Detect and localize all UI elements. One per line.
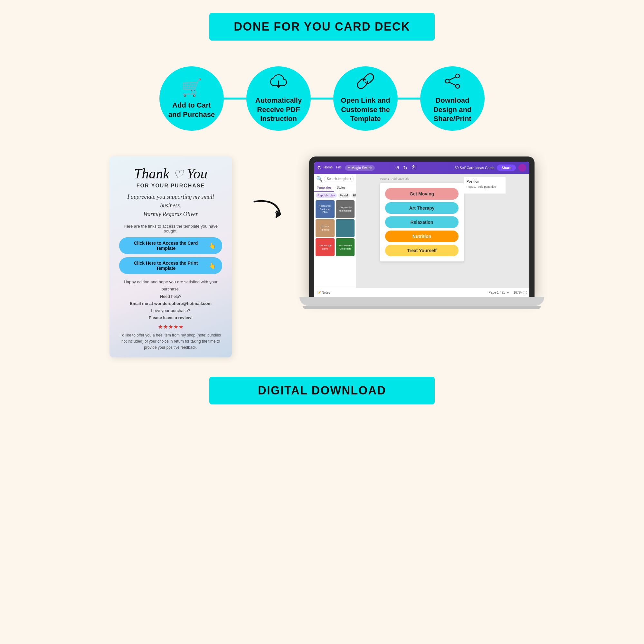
access-print-template-button[interactable]: Click Here to Access the Print Template … <box>119 257 222 274</box>
cart-icon: 🛒 <box>181 78 202 98</box>
canva-topbar: C Home File ✦ Magic Switch ↺ ↻ ⏱ 50 Self… <box>314 162 529 174</box>
redo-icon[interactable]: ↻ <box>403 165 407 171</box>
position-label: Position <box>467 180 503 183</box>
card-deck-buttons: Get Moving Art Therapy Relaxation Nutrit… <box>385 188 459 256</box>
love-purchase-text: Love your purchase? <box>119 307 222 314</box>
appreciate-text: I appreciate you supporting my small bus… <box>119 193 222 219</box>
happy-editing-text: Happy editing and hope you are satisfied… <box>119 279 222 293</box>
canva-menu-file[interactable]: File <box>336 165 342 171</box>
page-nav: Page 1 - Add page title <box>467 185 503 188</box>
page-nav-text: Page 1 - Add page title <box>467 185 496 188</box>
for-your-purchase-label: FOR YOUR PURCHASE <box>119 183 222 189</box>
help-section: Happy editing and hope you are satisfied… <box>119 279 222 321</box>
step-label-4: Download Design and Share/Print <box>427 96 478 124</box>
step-label-2: Automatically Receive PDF Instruction <box>253 96 304 124</box>
canva-menu-items: Home File ✦ Magic Switch <box>323 165 375 171</box>
canva-main: 🔍 Templates Styles Republic clay Pastel … <box>314 174 529 288</box>
step-connector-3 <box>396 98 422 99</box>
canva-templates-grid: Restaurant Business Plan The path as min… <box>314 199 356 257</box>
dot-indicator: ● <box>507 291 509 294</box>
canva-menu-home[interactable]: Home <box>323 165 333 171</box>
thank-you-title: Thank ♡ You <box>119 166 222 182</box>
canva-notes-btn[interactable]: 📝 Notes <box>317 291 330 294</box>
template-item-3[interactable]: CLOTH Festival <box>316 219 335 237</box>
search-icon: 🔍 <box>316 176 323 182</box>
canva-right-section: 50 Self Care Ideas Cards Share <box>455 164 526 172</box>
template-item-1[interactable]: Restaurant Business Plan <box>316 200 335 218</box>
canva-zoom-level[interactable]: 167% <box>513 291 522 294</box>
links-intro: Here are the links to access the templat… <box>119 224 222 233</box>
canva-tab-styles[interactable]: Styles <box>334 184 348 192</box>
review-text: Please leave a review! <box>119 314 222 321</box>
timer-icon[interactable]: ⏱ <box>411 165 416 171</box>
offer-text: I'd like to offer you a free item from m… <box>119 332 222 351</box>
canva-page: Page 1 - Add page title Get Moving Art T… <box>380 177 464 261</box>
step-circle-4: Download Design and Share/Print <box>420 66 485 131</box>
content-section: Thank ♡ You FOR YOUR PURCHASE I apprecia… <box>0 156 644 357</box>
canva-filter-pastel[interactable]: Pastel <box>338 193 350 198</box>
canva-canvas-area: Page 1 - Add page title Get Moving Art T… <box>356 174 529 288</box>
step-label-1: Add to Cart and Purchase <box>166 101 217 119</box>
laptop-base <box>299 297 544 306</box>
canva-center-icons: ↺ ↻ ⏱ <box>395 165 416 171</box>
arrow-icon <box>251 195 290 227</box>
step-connector-1 <box>222 98 248 99</box>
canva-filter-blue[interactable]: Blue <box>351 193 356 198</box>
canva-logo: C <box>317 165 321 170</box>
bottom-banner-text: DIGITAL DOWNLOAD <box>258 384 386 397</box>
arrow-container <box>251 156 290 227</box>
canva-search-bar: 🔍 <box>314 174 356 184</box>
svg-point-1 <box>456 74 459 78</box>
step-label-3: Open Link and Customise the Template <box>340 96 391 124</box>
canva-tab-templates[interactable]: Templates <box>314 184 334 192</box>
svg-line-5 <box>449 82 456 85</box>
canva-sidebar-tabs: Templates Styles <box>314 184 356 192</box>
canva-page-content: Get Moving Art Therapy Relaxation Nutrit… <box>380 183 464 261</box>
finger-icon-1: 👆 <box>209 242 216 249</box>
deck-btn-art-therapy[interactable]: Art Therapy <box>385 202 459 214</box>
canva-sidebar: 🔍 Templates Styles Republic clay Pastel … <box>314 174 356 288</box>
deck-btn-relaxation[interactable]: Relaxation <box>385 216 459 228</box>
share-icon <box>443 73 461 93</box>
steps-section: 🛒 Add to Cart and Purchase Automatically… <box>0 66 644 131</box>
template-item-6[interactable]: Sustainable Collection <box>336 238 355 256</box>
deck-btn-get-moving[interactable]: Get Moving <box>385 188 459 200</box>
laptop-base-bottom <box>303 306 541 309</box>
canva-share-button[interactable]: Share <box>497 165 516 171</box>
laptop-outer: C Home File ✦ Magic Switch ↺ ↻ ⏱ 50 Self… <box>309 156 535 297</box>
email-text: Email me at wondersphere@hotmail.com <box>119 300 222 307</box>
step-circle-2: Automatically Receive PDF Instruction <box>246 66 311 131</box>
bottom-banner: DIGITAL DOWNLOAD <box>209 377 435 404</box>
finger-icon-2: 👆 <box>209 262 216 269</box>
deck-btn-nutrition[interactable]: Nutrition <box>385 231 459 242</box>
laptop-container: C Home File ✦ Magic Switch ↺ ↻ ⏱ 50 Self… <box>309 156 535 309</box>
template-item-4[interactable] <box>336 219 355 237</box>
canva-filter-republic[interactable]: Republic clay <box>316 193 337 198</box>
canva-page-label: Page 1 - Add page title <box>380 177 464 180</box>
canva-magic-switch[interactable]: ✦ Magic Switch <box>345 165 375 171</box>
undo-icon[interactable]: ↺ <box>395 165 399 171</box>
canva-page-count: Page 1 / 91 <box>488 291 505 294</box>
svg-point-3 <box>445 79 449 83</box>
canva-filter-row: Republic clay Pastel Blue Collage <box>314 192 356 199</box>
cloud-download-icon <box>270 73 288 93</box>
top-banner: DONE FOR YOU CARD DECK <box>209 13 435 41</box>
svg-point-2 <box>456 84 459 88</box>
top-banner-text: DONE FOR YOU CARD DECK <box>234 20 410 33</box>
need-help-text: Need help? <box>119 293 222 300</box>
canva-doc-title: 50 Self Care Ideas Cards <box>455 166 495 170</box>
svg-line-4 <box>449 77 456 80</box>
star-rating: ★★★★★ <box>119 323 222 330</box>
link-icon <box>356 73 375 93</box>
canva-user-avatar <box>518 164 526 172</box>
step-connector-2 <box>309 98 335 99</box>
fullscreen-icon[interactable]: ⛶ <box>524 291 527 294</box>
step-circle-1: 🛒 Add to Cart and Purchase <box>159 66 224 131</box>
canva-properties-panel: Position Page 1 - Add page title <box>464 177 506 194</box>
card-template-btn-label: Click Here to Access the Card Template <box>126 241 206 251</box>
deck-btn-treat-yourself[interactable]: Treat Yourself <box>385 245 459 256</box>
canva-search-input[interactable] <box>324 176 354 182</box>
template-item-5[interactable]: The Boogle Days <box>316 238 335 256</box>
access-card-template-button[interactable]: Click Here to Access the Card Template 👆 <box>119 237 222 254</box>
template-item-2[interactable]: The path as minimalism <box>336 200 355 218</box>
